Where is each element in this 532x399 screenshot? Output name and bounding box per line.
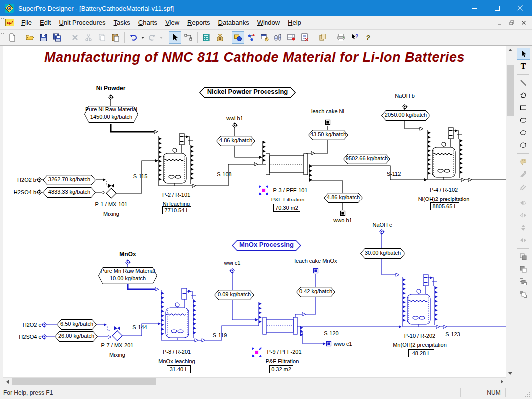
toolbox-polygon-tool[interactable]: [517, 139, 530, 151]
task-list-button[interactable]: [299, 31, 311, 44]
unit-label-r-102[interactable]: P-4 / R-102: [419, 187, 469, 193]
tag-h2o2-b[interactable]: 3262.70 kg/batch: [43, 175, 96, 185]
cut-button[interactable]: [82, 31, 95, 44]
tag-pure-mn[interactable]: Pure Mn Raw Material10.00 kg/batch: [98, 267, 157, 284]
source-icon-h2so4-b[interactable]: [37, 190, 42, 195]
unit-label-r-101[interactable]: P-2 / R-101: [151, 192, 201, 198]
paste-button[interactable]: [109, 31, 122, 44]
toolbox-roundrect-tool[interactable]: [517, 114, 530, 126]
toolbox-center-horizontal[interactable]: [517, 234, 530, 246]
tag-h2so4-b[interactable]: 4833.33 kg/batch: [43, 187, 96, 198]
menu-help[interactable]: Help: [284, 17, 305, 28]
reactor-r-202[interactable]: [403, 275, 441, 328]
stream-table-button[interactable]: [285, 31, 298, 44]
stream-label-s-115[interactable]: S-115: [129, 173, 151, 180]
mdi-restore-button[interactable]: [506, 18, 518, 27]
shapes-style-button[interactable]: [232, 31, 244, 44]
source-icon-wwi-b1[interactable]: [232, 123, 238, 128]
unit-size-pff-101[interactable]: 70.30 m2: [273, 204, 300, 212]
stream-label-ni-powder[interactable]: Ni Powder: [86, 85, 136, 92]
copy-button[interactable]: [96, 31, 108, 44]
scroll-down-button[interactable]: [506, 369, 514, 377]
toolbox-rectangle-tool[interactable]: [517, 102, 530, 114]
menu-edit[interactable]: Edit: [36, 17, 55, 28]
stream-label-h2o2-b[interactable]: H2O2 b: [10, 177, 36, 183]
stream-label-wwi-c1[interactable]: wwi c1: [217, 260, 247, 266]
stream-label-s-123[interactable]: S-123: [442, 331, 464, 338]
stream-label-s-112[interactable]: S-112: [383, 171, 405, 177]
unit-op-mx-101[interactable]: Mixing: [86, 211, 136, 217]
filter-pff-101[interactable]: [263, 141, 312, 182]
tag-naoh-c[interactable]: 30.00 kg/batch: [360, 248, 405, 259]
source-icon-wwi-c1[interactable]: [230, 268, 235, 274]
stream-label-s-144[interactable]: S-144: [129, 324, 151, 331]
stream-label-h2o2-c[interactable]: H2O2 c: [15, 322, 41, 328]
toolbox-polyline-tool[interactable]: [517, 89, 530, 101]
sink-icon-leach-cake-ni[interactable]: [326, 120, 330, 125]
stream-label-wwi-b1[interactable]: wwi b1: [220, 115, 250, 122]
scroll-right-button[interactable]: [498, 378, 506, 386]
vertical-scroll-thumb[interactable]: [507, 65, 514, 116]
stream-label-leach-cake-ni[interactable]: leach cake Ni: [305, 108, 351, 115]
unit-op-pff-201[interactable]: P&F Filtration: [259, 358, 306, 365]
unit-label-r-202[interactable]: P-10 / R-202: [395, 333, 445, 339]
menu-charts[interactable]: Charts: [134, 17, 161, 28]
source-icon-h2o2-b[interactable]: [37, 177, 42, 183]
mixer-mx-201[interactable]: [112, 326, 122, 341]
stream-label-h2so4-b[interactable]: H2SO4 b: [7, 189, 36, 196]
menu-databanks[interactable]: Databanks: [214, 17, 253, 28]
stream-label-wwo-b1[interactable]: wwo b1: [328, 217, 358, 224]
open-file-button[interactable]: [24, 31, 36, 44]
sink-icon-leach-cake-mnox[interactable]: [314, 269, 318, 273]
unit-label-mx-201[interactable]: P-7 / MX-201: [92, 342, 142, 349]
toolbox-match-properties-tool[interactable]: [517, 168, 530, 180]
tag-main-ni[interactable]: 9502.66 kg/batch: [343, 154, 390, 164]
select-mode-button[interactable]: [169, 31, 181, 44]
vertical-scrollbar[interactable]: [506, 46, 514, 377]
menu-unit-procedures[interactable]: Unit Procedures: [55, 17, 109, 28]
source-icon-ni-powder[interactable]: [108, 95, 114, 100]
tag-pure-ni[interactable]: Pure Ni Raw Material1450.00 kg/batch: [84, 106, 138, 123]
minimize-button[interactable]: [463, 0, 486, 16]
source-icon-naoh-b[interactable]: [402, 104, 408, 110]
banner-nickel-processing[interactable]: Nickel Powder Processing: [199, 87, 296, 98]
mdi-minimize-button[interactable]: [494, 18, 506, 27]
help-button[interactable]: ?: [362, 31, 374, 44]
close-button[interactable]: [509, 0, 532, 16]
reactor-r-101[interactable]: [159, 134, 197, 187]
document-icon[interactable]: spf: [5, 19, 14, 26]
mixer-mx-101[interactable]: [106, 184, 116, 198]
source-icon-naoh-c[interactable]: [379, 229, 385, 235]
toolbox-text-tool[interactable]: T: [517, 60, 530, 72]
toolbox-align-left[interactable]: [517, 197, 530, 209]
stream-label-s-119[interactable]: S-119: [209, 332, 231, 339]
tag-naoh-b[interactable]: 2050.00 kg/batch: [381, 110, 430, 121]
menu-tasks[interactable]: Tasks: [110, 17, 134, 28]
save-all-button[interactable]: [51, 31, 63, 44]
stream-label-s-108[interactable]: S-108: [213, 171, 235, 178]
print-button[interactable]: [335, 31, 347, 44]
flow-breakdown-button[interactable]: [245, 31, 258, 44]
filter-pff-201[interactable]: [259, 302, 303, 336]
reactor-r-102[interactable]: [428, 128, 466, 181]
toolbox-line-tool[interactable]: [517, 77, 530, 89]
stream-label-naoh-c[interactable]: NaOH c: [367, 222, 397, 228]
flowsheet-canvas[interactable]: Manufacturing of NMC 811 Cathode Materia…: [3, 46, 506, 377]
save-button[interactable]: [37, 31, 50, 44]
mass-balance-button[interactable]: [200, 31, 213, 44]
maximize-button[interactable]: [486, 0, 509, 16]
resize-grip[interactable]: [524, 386, 532, 399]
toolbox-apply-properties-tool[interactable]: [517, 181, 530, 193]
unit-size-r-102[interactable]: 8805.65 L: [430, 202, 459, 210]
new-file-button[interactable]: [6, 31, 18, 44]
unit-size-r-201[interactable]: 31.40 L: [167, 365, 191, 373]
unit-op-r-102[interactable]: Ni(OH)2 precipitation: [413, 196, 475, 202]
undo-button[interactable]: [127, 31, 140, 44]
toolbox-center-vertical[interactable]: [517, 222, 530, 234]
menu-file[interactable]: File: [17, 17, 36, 28]
flowsheet-title[interactable]: Manufacturing of NMC 811 Cathode Materia…: [7, 50, 502, 65]
toolbox-send-backward[interactable]: [517, 288, 530, 300]
source-icon-h2so4-c[interactable]: [42, 334, 47, 340]
unit-op-pff-101[interactable]: P&F Filtration: [265, 197, 311, 203]
tag-leach-cake-mnox[interactable]: 0.42 kg/batch: [296, 287, 335, 297]
